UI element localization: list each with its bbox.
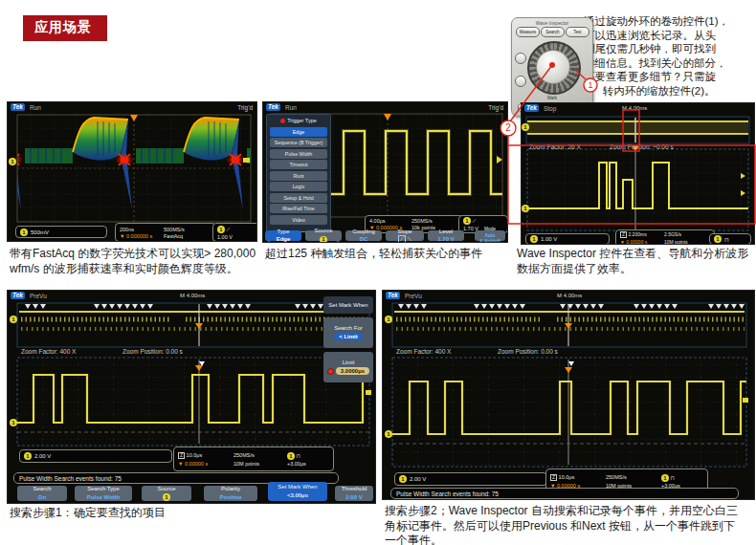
limit-value: 3.0000μs bbox=[336, 367, 369, 375]
side-menu-title-text: Set Mark When bbox=[328, 302, 367, 308]
menu-item-pulse-width: Pulse Width bbox=[270, 149, 327, 159]
softkey-value: <3.00μs bbox=[268, 492, 327, 500]
trigger-level-value: 1.00 V bbox=[217, 234, 256, 240]
softkey-label: Level bbox=[428, 229, 464, 236]
section-badge: 应用场景 bbox=[23, 15, 107, 41]
datasheet-page: 应用场景 通过旋动外环的卷动控件(1)， 可以迅速浏览长记录。从头 到尾仅需几秒… bbox=[0, 0, 756, 545]
channel-1-badge: 1 bbox=[320, 236, 327, 242]
softkey-value: 2.00 V bbox=[335, 494, 373, 502]
channel-1-marker: 1 bbox=[522, 123, 529, 131]
channel-1-marker: 1 bbox=[10, 419, 17, 426]
trigger-readout: 1 ⟋ 1.00 V bbox=[212, 223, 256, 241]
softkey-polarity: Polarity Positive bbox=[204, 486, 257, 501]
softkey-source: Source 1 bbox=[305, 230, 342, 241]
channel-1-marker: 1 bbox=[10, 316, 17, 323]
channel-1-badge: 1 bbox=[20, 229, 28, 236]
channel-1-badge: 1 bbox=[24, 452, 32, 460]
search-marks bbox=[25, 304, 339, 309]
softkey-search: Search On bbox=[17, 486, 67, 501]
search-marks bbox=[398, 304, 745, 309]
sample-rate-value: 2.5GS/s bbox=[664, 231, 706, 238]
softkey-label: Polarity bbox=[204, 486, 257, 493]
softkey-threshold: Threshold 2.00 V bbox=[335, 486, 373, 501]
ch1-scale-value: 2.00 V bbox=[410, 476, 426, 482]
trigger-readout: 1 ⊓ bbox=[709, 233, 751, 244]
sample-rate-value: 250MS/s bbox=[411, 218, 456, 224]
record-length-value: 10M points bbox=[233, 461, 287, 467]
zoom-position: Zoom Position: 0.00 s bbox=[122, 348, 183, 355]
softkey-label: Set Mark When bbox=[268, 484, 327, 491]
pulse-width-value: +3.00μs bbox=[287, 461, 325, 467]
trigger-pos-icon: ▼ bbox=[120, 233, 124, 239]
knob-side-button bbox=[515, 53, 526, 64]
search-for-label: Search For bbox=[334, 325, 363, 331]
ch1-scale-readout: 1 2.00 V bbox=[19, 449, 172, 463]
softkey-set-mark-when: Set Mark When <3.00μs bbox=[268, 482, 327, 501]
menu-item-edge: Edge bbox=[270, 127, 327, 137]
softkey-value: Edge bbox=[265, 236, 301, 242]
channel-1-badge: 1 bbox=[399, 475, 407, 483]
side-menu-title: Set Mark When bbox=[323, 296, 373, 314]
slope-fall-icon: ⟍ bbox=[408, 236, 411, 242]
softkey-label: Coupling bbox=[345, 229, 382, 236]
screenshot-search-step2: Tek PreVu M 4.00ms 1 bbox=[383, 291, 754, 499]
channel-1-marker: 1 bbox=[385, 430, 392, 438]
menu-knob-icon bbox=[280, 119, 285, 123]
wave-inspector-knob-photo: Wave Inspector Measure Search Test Mark … bbox=[511, 17, 593, 117]
channel-1-marker: 1 bbox=[385, 316, 392, 323]
trigger-pos-value: 0.000000 s bbox=[126, 233, 152, 239]
zoom-window-icon: Z bbox=[620, 231, 627, 238]
menu-item-runt: Runt bbox=[270, 171, 327, 181]
search-events-text: Pulse Width Search events found: 75 bbox=[396, 490, 499, 497]
intro-line: 可以迅速浏览长记录。从头 bbox=[584, 29, 756, 43]
softkey-label: Source bbox=[142, 486, 191, 493]
trigger-pos-icon: ▼ bbox=[178, 461, 183, 467]
side-menu-search-for: Search For < Limit bbox=[323, 317, 373, 348]
softkey-value: Pulse Width bbox=[75, 494, 132, 502]
caption-wave-inspector: Wave Inspector 控件在查看、导航和分析波形数据方面提供了效率。 bbox=[517, 247, 756, 276]
softkey-coupling: Coupling DC bbox=[345, 230, 382, 241]
menu-item-rise-fall: Rise/Fall Time bbox=[270, 204, 327, 213]
menu-item-video: Video bbox=[270, 215, 327, 225]
sample-rate-value: 250MS/s bbox=[233, 452, 287, 460]
timebase-readout: Z 2.200ms 2.5GS/s ▼ 0.00000 s 10M points bbox=[615, 229, 715, 244]
slope-icon: ⟋ bbox=[473, 218, 477, 224]
intro-line: 转内环的缩放控件(2)。 bbox=[584, 84, 756, 98]
softkey-search-type: Search Type Pulse Width bbox=[75, 486, 132, 501]
timebase-value: 4.00μs bbox=[369, 218, 411, 224]
softkey-level: Level 1.70 V bbox=[428, 230, 464, 241]
softkey-label: Mode bbox=[475, 227, 505, 231]
ch1-scale-value: 500mV bbox=[31, 229, 49, 235]
channel-1-badge: 1 bbox=[287, 452, 295, 460]
channel-1-badge: 1 bbox=[714, 235, 722, 243]
zoom-factor: Zoom Factor: 400 X bbox=[396, 348, 451, 355]
softkey-value: Auto bbox=[475, 233, 505, 238]
record-length-value: 10M points bbox=[664, 239, 706, 244]
softkey-value: Positive bbox=[204, 494, 257, 502]
caption-search-step2: 搜索步骤2；Wave Inspector 自动搜索和记录每个事件，并用空心白三角… bbox=[385, 504, 746, 545]
ch1-scale-readout: 1 2.00 V bbox=[394, 472, 547, 486]
caption-fastacq: 带有FastAcq 的数字荧光技术可以实现> 280,000 wfm/s 的波形… bbox=[10, 247, 264, 276]
timebase-value: 2.200ms bbox=[628, 231, 646, 237]
knob-panel-title: Wave Inspector bbox=[512, 20, 592, 26]
knob-a-icon bbox=[327, 368, 334, 375]
timebase-readout: Z 10.0μs 250MS/s 1 ⊓ ▼ 0.00000 s 10M poi… bbox=[173, 447, 334, 471]
channel-1-badge: 1 bbox=[530, 235, 538, 243]
timebase-value: 200ns bbox=[120, 227, 164, 232]
channel-1-badge: 1 bbox=[217, 226, 225, 233]
softkey-value: DC bbox=[345, 236, 382, 242]
screenshot-wave-inspector: Tek Stop M 4.00ms 1 1 Zoom Factor: 26 X … bbox=[522, 103, 754, 244]
softkey-type: Type Edge bbox=[265, 230, 301, 241]
intro-line: 通过旋动外环的卷动控件(1)， bbox=[584, 14, 756, 29]
menu-item-logic: Logic bbox=[270, 182, 327, 191]
knob-button-measure: Measure bbox=[516, 27, 540, 37]
trigger-pos-icon: ▼ bbox=[620, 239, 625, 244]
ch1-scale-readout: 1 500mV bbox=[15, 226, 107, 238]
softkey-value: 1.70 V bbox=[428, 236, 464, 242]
pulse-trigger-icon: ⊓ bbox=[297, 453, 300, 459]
trigger-type-menu: Trigger Type Edge Sequence (B Trigger) P… bbox=[266, 114, 331, 232]
search-events-status: Pulse Width Search events found: 75 bbox=[390, 488, 739, 499]
search-for-value: < Limit bbox=[334, 333, 363, 340]
softkey-source: Source 1 bbox=[142, 486, 191, 501]
softkey-value2: & Holdoff bbox=[475, 239, 505, 242]
